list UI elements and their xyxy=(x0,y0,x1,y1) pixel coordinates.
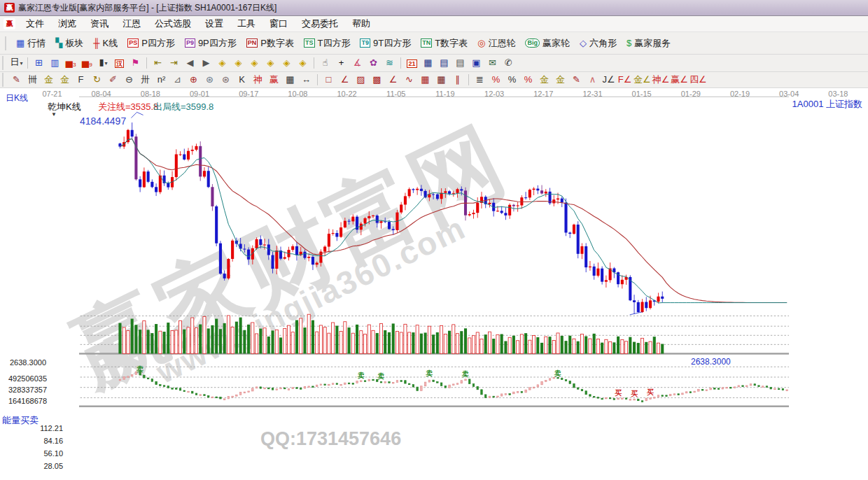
kx-box-icon[interactable]: 汉 xyxy=(111,56,127,71)
shen-line-icon[interactable]: 神∠ xyxy=(652,73,671,87)
compass-icon[interactable]: ⊕ xyxy=(186,73,202,87)
prev-bar-icon[interactable]: ◀ xyxy=(182,56,198,70)
menu-item-8[interactable]: 交易委托 xyxy=(295,16,345,31)
cycle-circle-icon[interactable]: ⊖ xyxy=(121,73,137,87)
ying-line-icon[interactable]: 赢∠ xyxy=(670,73,689,87)
measure-angle-icon[interactable]: ∡ xyxy=(349,56,365,70)
quotes-button[interactable]: ▦行情 xyxy=(11,35,50,52)
mirror-icon[interactable]: ⊿ xyxy=(169,73,186,87)
n2-icon[interactable]: n² xyxy=(153,73,169,87)
gann-flower-icon[interactable]: ✿ xyxy=(365,56,382,70)
k-mark-icon[interactable]: K xyxy=(234,73,250,87)
candle-type-icon[interactable]: ▮▾ xyxy=(95,55,111,71)
gann-wheel-button[interactable]: ◎江恩轮 xyxy=(472,35,520,52)
diamond-right-icon[interactable]: ◈ xyxy=(230,56,246,70)
ruler-dense-icon[interactable]: 卅 xyxy=(137,73,153,87)
angle-tool-icon[interactable]: ∠ xyxy=(385,73,401,87)
f-ruler-icon[interactable]: F xyxy=(73,73,89,87)
grid-tool2-icon[interactable]: ▦ xyxy=(433,73,449,87)
percent-strike-icon[interactable]: % xyxy=(488,73,504,87)
zoom-area-icon[interactable]: ⊞ xyxy=(31,56,47,70)
f-line-icon[interactable]: F∠ xyxy=(617,73,633,87)
period-selector[interactable]: 日▾ xyxy=(8,55,24,71)
stats-panel-icon[interactable]: ▤ xyxy=(436,56,452,70)
calendar-21-icon[interactable]: 21 xyxy=(404,56,420,71)
gold-ruler2-icon[interactable]: 金 xyxy=(57,73,73,87)
candle-pen-icon[interactable]: ✎ xyxy=(568,73,584,87)
winner-service-button[interactable]: $赢家服务 xyxy=(622,35,676,52)
spider-web-icon[interactable]: ⊛ xyxy=(202,73,218,87)
diamond-all-icon[interactable]: ◈ xyxy=(295,56,311,70)
shen-tool-icon[interactable]: 神 xyxy=(250,73,266,87)
diamond-shrink-icon[interactable]: ◈ xyxy=(262,56,279,70)
diamond-vertical-icon[interactable]: ◈ xyxy=(279,56,295,70)
notes-icon[interactable]: ▤ xyxy=(452,56,468,70)
crosshair-icon[interactable]: + xyxy=(333,56,349,70)
kline-chart-canvas[interactable]: 卖卖卖卖卖卖买买买 xyxy=(0,88,868,480)
spider-web2-icon[interactable]: ⊛ xyxy=(218,73,234,87)
color-flag-icon[interactable]: ⚑ xyxy=(127,56,144,70)
zigzag-icon[interactable]: ∿ xyxy=(401,73,417,87)
save-icon[interactable]: ▣ xyxy=(468,56,484,70)
menu-item-6[interactable]: 工具 xyxy=(230,16,262,31)
parallel-lines-icon[interactable]: ∥ xyxy=(449,73,465,87)
menu-item-3[interactable]: 江恩 xyxy=(115,16,148,31)
blocks-button[interactable]: ▚板块 xyxy=(50,35,88,52)
t-square-button[interactable]: TST四方形 xyxy=(299,35,355,52)
menu-item-0[interactable]: 文件 xyxy=(19,16,51,31)
wave-tool-icon[interactable]: ≋ xyxy=(382,56,398,70)
calculator-icon[interactable]: ▦ xyxy=(420,56,436,70)
diamond-left-icon[interactable]: ◈ xyxy=(214,56,230,70)
rect-tool-icon[interactable]: □ xyxy=(321,73,337,87)
menu-item-7[interactable]: 窗口 xyxy=(262,16,295,31)
steps-icon[interactable]: ≣ xyxy=(472,73,488,87)
winner-wheel-button[interactable]: Big赢家轮 xyxy=(520,35,575,52)
p-number-button[interactable]: PNP数字表 xyxy=(241,35,299,52)
percent-line-icon[interactable]: % xyxy=(520,73,536,87)
chart-3-icon[interactable]: ▅₃ xyxy=(63,56,79,70)
t9-square-button[interactable]: T99T四方形 xyxy=(355,35,416,52)
menu-item-2[interactable]: 资讯 xyxy=(83,16,115,31)
hspan-icon[interactable]: ↔ xyxy=(298,73,314,87)
hexagon-button[interactable]: ◇六角形 xyxy=(575,35,622,52)
gold-ruler-icon[interactable]: 金 xyxy=(41,73,57,87)
ruler-123-icon[interactable]: ▦ xyxy=(282,73,298,87)
spiral-icon[interactable]: ↻ xyxy=(89,73,105,87)
four-line-icon[interactable]: 四∠ xyxy=(689,73,708,87)
first-bar-icon[interactable]: ⇤ xyxy=(150,56,166,70)
p-square-button[interactable]: PSP四方形 xyxy=(122,35,180,52)
date-label: 08-04 xyxy=(86,90,117,98)
gann-grid-icon[interactable]: ▩ xyxy=(369,73,385,87)
pan-hand-icon[interactable]: ☝ xyxy=(317,56,333,70)
diamond-expand-icon[interactable]: ◈ xyxy=(246,56,262,70)
chart-9-icon[interactable]: ▅₉ xyxy=(79,56,95,70)
fan-lines-icon[interactable]: ∠ xyxy=(337,73,353,87)
menu-item-4[interactable]: 公式选股 xyxy=(148,16,198,31)
scale-ticks-icon[interactable]: 卌 xyxy=(24,73,41,87)
pen-tool-icon[interactable]: ✐ xyxy=(105,73,121,87)
gold-circle-icon[interactable]: 金 xyxy=(536,73,552,87)
kline-button[interactable]: ╫K线 xyxy=(88,35,122,52)
gold-divide-icon[interactable]: 金 xyxy=(552,73,568,87)
next-bar-icon[interactable]: ▶ xyxy=(198,56,214,70)
gann-box-icon[interactable]: ▨ xyxy=(353,73,369,87)
ab-wave-icon[interactable]: ∧ xyxy=(584,73,601,87)
menu-item-9[interactable]: 帮助 xyxy=(345,16,377,31)
j-line-icon[interactable]: J∠ xyxy=(601,73,617,87)
hexagon-icon: ◇ xyxy=(580,38,587,48)
last-bar-icon[interactable]: ⇥ xyxy=(166,56,182,70)
export-icon[interactable]: ✉ xyxy=(484,56,500,70)
brush-icon[interactable]: ✎ xyxy=(8,73,24,87)
percent-icon[interactable]: % xyxy=(504,73,520,87)
menu-item-1[interactable]: 浏览 xyxy=(51,16,83,31)
selector-dropdown-icon[interactable]: ▼ xyxy=(51,111,57,118)
t-number-button[interactable]: TNT数字表 xyxy=(416,35,472,52)
info-panel-icon[interactable]: ▥ xyxy=(47,56,63,70)
quotes-grid-icon: ▦ xyxy=(16,38,24,48)
ying-tool-icon[interactable]: 赢 xyxy=(266,73,282,87)
gold-line-icon[interactable]: 金∠ xyxy=(633,73,652,87)
device-icon[interactable]: ✆ xyxy=(500,56,517,70)
menu-item-5[interactable]: 设置 xyxy=(198,16,230,31)
p9-square-button[interactable]: P99P四方形 xyxy=(180,35,241,52)
grid-tool-icon[interactable]: ▦ xyxy=(417,73,433,87)
